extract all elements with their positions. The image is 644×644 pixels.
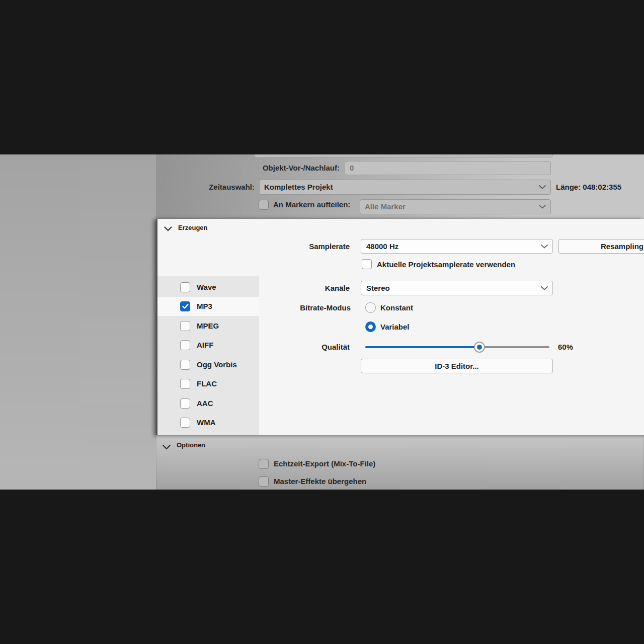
channels-label: Kanäle — [233, 281, 350, 295]
format-label: AIFF — [197, 336, 213, 355]
object-lead-label: Objekt-Vor-/Nachlauf: — [204, 162, 340, 175]
export-dialog-top-section: Objekt-Vor-/Nachlauf: 0 Zeitauswahl: Kom… — [156, 154, 644, 219]
channels-value: Stereo — [366, 284, 390, 292]
bitrate-variabel-radio[interactable] — [365, 321, 376, 332]
object-lead-input[interactable]: 0 — [345, 161, 551, 175]
format-label: FLAC — [197, 374, 217, 393]
format-label: MP3 — [197, 297, 212, 316]
quality-slider-thumb[interactable] — [474, 342, 485, 353]
erzeugen-collapse-toggle[interactable] — [164, 224, 172, 233]
format-row-mpeg[interactable]: MPEG — [157, 316, 259, 336]
format-label: MPEG — [197, 316, 219, 336]
bitrate-variabel-label: Variabel — [380, 321, 410, 332]
split-markers-label: An Markern aufteilen: — [273, 199, 350, 210]
split-markers-dropdown[interactable]: Alle Marker — [360, 199, 551, 214]
use-project-samplerate-checkbox[interactable] — [362, 259, 372, 269]
format-label: WMA — [197, 413, 216, 432]
bitrate-konstant-label: Konstant — [380, 302, 413, 313]
quality-slider-fill — [365, 346, 479, 348]
realtime-export-checkbox[interactable] — [259, 459, 269, 469]
quality-percent-readout: 60% — [558, 340, 573, 354]
optionen-header: Optionen — [177, 437, 205, 453]
format-checkbox[interactable] — [180, 340, 190, 350]
realtime-export-label: Echtzeit-Export (Mix-To-File) — [274, 458, 375, 469]
split-markers-checkbox[interactable] — [259, 200, 269, 210]
samplerate-label: Samplerate — [233, 239, 350, 254]
chevron-down-icon — [541, 245, 548, 249]
skip-master-fx-checkbox[interactable] — [259, 476, 269, 487]
format-row-flac[interactable]: FLAC — [157, 374, 259, 393]
time-selection-dropdown[interactable]: Komplettes Projekt — [259, 180, 551, 195]
format-checkbox[interactable] — [180, 398, 190, 409]
bitrate-konstant-radio[interactable] — [365, 302, 376, 313]
format-checkbox[interactable] — [180, 418, 190, 428]
chevron-down-icon — [163, 445, 171, 450]
samplerate-dropdown[interactable]: 48000 Hz — [361, 239, 553, 254]
bitrate-mode-label: Bitrate-Modus — [233, 302, 351, 313]
channels-dropdown[interactable]: Stereo — [361, 281, 553, 295]
format-checkbox[interactable] — [180, 321, 190, 331]
quality-slider[interactable] — [365, 340, 549, 354]
chevron-down-icon — [164, 226, 172, 231]
skip-master-fx-label: Master-Effekte übergehen — [274, 476, 366, 487]
quality-label: Qualität — [233, 340, 350, 354]
format-row-ogg-vorbis[interactable]: Ogg Vorbis — [157, 355, 259, 374]
resampling-quality-button[interactable]: Resampling Qualität — [558, 239, 644, 254]
erzeugen-header: Erzeugen — [178, 219, 208, 236]
dimmed-desktop-left — [0, 154, 156, 490]
format-list: Wave MP3 MPEG AIFF Ogg Vorbis — [157, 276, 259, 435]
letterbox-bottom — [0, 490, 644, 644]
chevron-down-icon — [539, 185, 546, 189]
format-label: AAC — [197, 394, 213, 413]
format-checkbox[interactable] — [180, 360, 190, 370]
chevron-down-icon — [539, 205, 546, 209]
length-readout: Länge: 048:02:355 — [556, 180, 621, 195]
chevron-down-icon — [541, 286, 548, 290]
optionen-section: Optionen Echtzeit-Export (Mix-To-File) M… — [156, 435, 644, 490]
clipped-field-above — [254, 154, 553, 157]
format-label: Ogg Vorbis — [197, 355, 237, 374]
split-markers-value: Alle Marker — [365, 202, 406, 211]
format-row-aac[interactable]: AAC — [157, 394, 259, 413]
time-selection-value: Komplettes Projekt — [264, 183, 333, 191]
time-selection-label: Zeitauswahl: — [156, 181, 255, 194]
format-row-wma[interactable]: WMA — [157, 413, 259, 432]
format-checkbox[interactable] — [180, 282, 190, 292]
erzeugen-panel: Erzeugen Samplerate 48000 Hz Resampling … — [156, 219, 644, 435]
format-checkbox[interactable] — [180, 379, 190, 389]
format-checkbox-checked[interactable] — [180, 301, 190, 311]
screenshot-root: Objekt-Vor-/Nachlauf: 0 Zeitauswahl: Kom… — [0, 0, 644, 644]
format-label: Wave — [197, 278, 216, 297]
samplerate-value: 48000 Hz — [366, 242, 398, 251]
checkmark-icon — [181, 302, 190, 310]
letterbox-top — [0, 0, 644, 154]
use-project-samplerate-label: Aktuelle Projektsamplerate verwenden — [377, 259, 515, 270]
optionen-collapse-toggle[interactable] — [163, 443, 171, 451]
id3-editor-button[interactable]: ID-3 Editor... — [361, 359, 553, 373]
